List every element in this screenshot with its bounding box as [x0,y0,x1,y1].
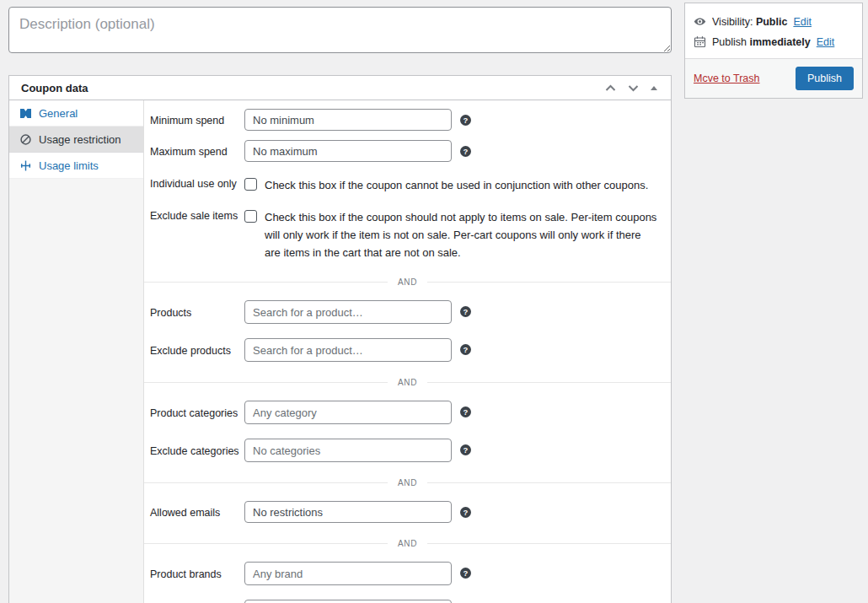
tab-usage-restriction[interactable]: Usage restriction [9,127,143,153]
coupon-data-tab-list: GeneralUsage restrictionUsage limits [9,100,143,179]
and-divider-label: AND [398,478,417,487]
toggle-panel-button[interactable] [649,84,659,92]
cross-icon [20,160,31,171]
tab-label: General [39,107,78,120]
help-icon[interactable]: ? [460,115,471,126]
allowed-emails-input[interactable] [244,501,452,523]
visibility-edit-link[interactable]: Edit [793,16,812,28]
panel-handle-actions [603,80,671,96]
publish-schedule-row: Publish immediately Edit [694,35,854,48]
panel-title: Coupon data [9,82,99,94]
checkbox-wrap: Check this box if the coupon should not … [244,208,659,261]
visibility-row: Visibility: Public Edit [694,15,854,28]
form-row-exclude-products: Exclude products? [144,338,671,362]
form-row-individual-use-only: Individual use onlyCheck this box if the… [144,176,671,194]
move-down-button[interactable] [626,80,640,96]
and-divider-label: AND [398,277,417,287]
help-icon[interactable]: ? [460,306,471,317]
and-divider-label: AND [398,539,417,548]
publish-box: Visibility: Public Edit Publish immediat… [684,3,863,99]
chevron-up-icon [605,82,616,94]
publish-button[interactable]: Publish [796,67,854,90]
form-row-allowed-emails: Allowed emails? [144,501,671,523]
ticket-icon [20,108,31,119]
field-label: Minimum spend [150,109,244,127]
exclude-categories-input[interactable] [244,439,452,462]
form-row-exclude-sale-items: Exclude sale itemsCheck this box if the … [144,208,671,261]
visibility-label: Visibility: [712,16,753,28]
tab-usage-limits[interactable]: Usage limits [9,153,143,179]
field-label: Product categories [150,401,244,420]
exclude-brands-input[interactable] [244,600,452,603]
and-divider: AND [144,539,671,548]
coupon-data-tabs-column: GeneralUsage restrictionUsage limits [9,100,144,603]
tab-general[interactable]: General [9,100,143,127]
minimum-spend-input[interactable] [244,109,452,131]
main-content-column: Coupon data GeneralUsage r [8,7,672,603]
publish-label: Publish [712,36,747,48]
form-row-product-brands: Product brands? [144,562,671,585]
field-label: Maximum spend [150,140,244,159]
field-label: Exclude products [150,338,244,358]
and-divider: AND [144,277,671,287]
and-divider: AND [144,478,671,487]
checkbox-description: Check this box if the coupon cannot be u… [265,176,648,194]
individual-use-only-checkbox[interactable] [244,178,257,191]
exclude-products-input[interactable] [244,338,452,362]
publish-box-actions: Mcve to Trash Publish [685,58,862,98]
field-label: Products [150,300,244,320]
visibility-text: Visibility: Public [712,16,787,28]
coupon-data-body: GeneralUsage restrictionUsage limits Min… [9,100,671,603]
publish-edit-link[interactable]: Edit [817,36,835,48]
and-divider-label: AND [398,378,417,387]
description-input[interactable] [8,7,672,53]
products-input[interactable] [244,300,452,324]
field-label: Allowed emails [150,501,244,520]
calendar-icon [694,35,706,48]
eye-icon [694,15,706,28]
form-row-maximum-spend: Maximum spend? [144,140,671,162]
move-to-trash-link[interactable]: Mcve to Trash [694,73,760,84]
publish-value: immediately [749,36,810,48]
checkbox-description: Check this box if the coupon should not … [265,208,659,261]
usage-restriction-form: Minimum spend?Maximum spend?Individual u… [144,100,671,603]
tab-label: Usage restriction [39,133,121,146]
coupon-data-header: Coupon data [9,76,671,100]
chevron-down-icon [628,82,639,94]
form-row-products: Products? [144,300,671,324]
product-brands-input[interactable] [244,562,452,585]
visibility-value: Public [756,16,788,28]
checkbox-wrap: Check this box if the coupon cannot be u… [244,176,659,194]
publish-schedule-text: Publish immediately [712,36,811,48]
field-label: Product brands [150,562,244,581]
tab-label: Usage limits [39,159,99,172]
help-icon[interactable]: ? [460,406,471,417]
publish-box-misc-section: Visibility: Public Edit Publish immediat… [685,3,862,58]
product-categories-input[interactable] [244,401,452,424]
help-icon[interactable]: ? [460,507,471,518]
form-row-exclude-categories: Exclude categories? [144,439,671,462]
help-icon[interactable]: ? [460,146,471,157]
move-up-button[interactable] [603,80,618,96]
exclude-sale-items-checkbox[interactable] [244,210,257,223]
field-label: Individual use only [150,176,244,191]
field-label: Exclude categories [150,439,244,458]
maximum-spend-input[interactable] [244,140,452,162]
field-label: Exclude brands [150,600,244,603]
coupon-data-panel: Coupon data GeneralUsage r [8,75,672,603]
form-row-minimum-spend: Minimum spend? [144,109,671,131]
field-label: Exclude sale items [150,208,244,223]
help-icon[interactable]: ? [460,344,471,355]
and-divider: AND [144,378,671,387]
help-icon[interactable]: ? [460,444,471,455]
form-row-product-categories: Product categories? [144,401,671,424]
help-icon[interactable]: ? [460,568,471,579]
form-row-exclude-brands: Exclude brands? [144,600,671,603]
no-entry-icon [20,134,31,145]
toggle-triangle-icon [651,86,657,90]
